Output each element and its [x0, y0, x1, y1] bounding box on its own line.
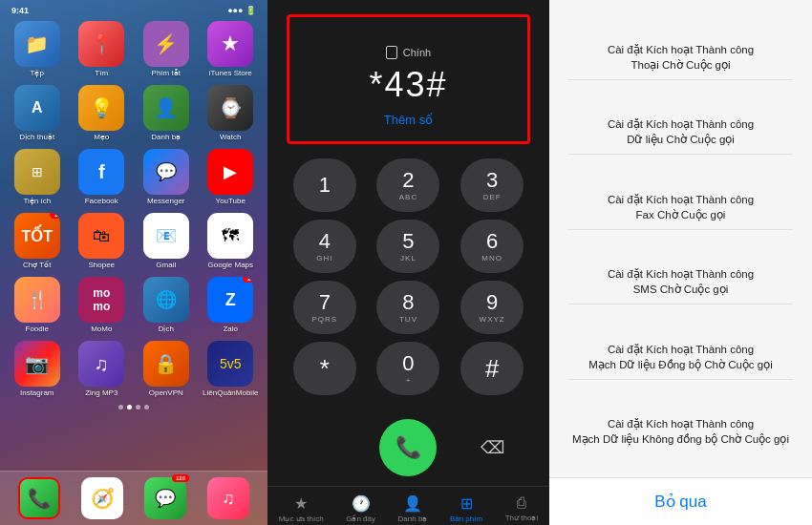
key-8-sub: TUV: [399, 315, 417, 324]
dock-music-icon: ♫: [207, 477, 249, 519]
app-shopee-label: Shopee: [88, 261, 115, 269]
app-lienquan[interactable]: 5v5 LiênQuânMobile: [202, 341, 261, 397]
app-dich[interactable]: A Dịch thuật: [8, 85, 67, 141]
result-item-6: Cài đặt Kích hoạt Thành công Mạch Dữ liệ…: [568, 408, 793, 453]
dock-phone[interactable]: 📞: [18, 477, 60, 519]
key-9[interactable]: 9 WXYZ: [460, 281, 524, 334]
boqua-button[interactable]: Bỏ qua: [549, 477, 812, 525]
status-bar: 9:41 ●●● 🔋: [0, 0, 267, 17]
dot-4: [144, 405, 149, 410]
tab-contacts[interactable]: 👤 Danh bạ: [398, 494, 428, 523]
app-facebook[interactable]: f Facebook: [73, 149, 132, 205]
app-dich2-icon: 🌐: [143, 277, 189, 323]
app-maps[interactable]: 🗺 Google Maps: [202, 213, 261, 269]
call-button[interactable]: 📞: [379, 419, 437, 476]
key-1[interactable]: 1: [293, 158, 356, 212]
app-meo[interactable]: 💡 Mẹo: [73, 85, 132, 141]
app-messenger[interactable]: 💬 Messenger: [137, 149, 196, 205]
key-4-sub: GHI: [316, 254, 332, 262]
app-tim[interactable]: 📍 Tìm: [73, 21, 132, 77]
key-5[interactable]: 5 JKL: [376, 220, 439, 273]
dialer-display: Chính *43# Thêm số: [287, 14, 530, 144]
app-foodie-label: Foodie: [26, 325, 49, 333]
key-1-main: 1: [319, 174, 331, 197]
app-lienquan-label: LiênQuânMobile: [203, 388, 258, 397]
key-6[interactable]: 6 MNO: [460, 220, 524, 273]
add-number-label[interactable]: Thêm số: [384, 113, 433, 127]
app-tep-icon: 📁: [14, 21, 60, 67]
result-6-line2: Mạch Dữ liệu Không đồng bộ Chờ Cuộc gọi: [568, 432, 793, 446]
app-tep-label: Tệp: [31, 69, 44, 77]
app-shopee[interactable]: 🛍 Shopee: [73, 213, 132, 269]
key-hash-main: #: [485, 354, 499, 384]
result-item-2: Cài đặt Kích hoạt Thành công Dữ liệu Chờ…: [568, 108, 793, 155]
dock-safari-icon: 🧭: [81, 477, 123, 519]
app-row-6: 📷 Instagram ♫ Zing MP3 🔒 OpenVPN 5v5 Liê…: [8, 341, 260, 397]
key-2[interactable]: 2 ABC: [376, 158, 439, 212]
delete-button[interactable]: ⌫: [471, 427, 513, 469]
app-gmail[interactable]: 📧 Gmail: [137, 213, 196, 269]
dialer-panel: Chính *43# Thêm số 1 2 ABC 3 DEF 4 GHI 5…: [267, 0, 549, 525]
app-phimtat[interactable]: ⚡ Phím tắt: [137, 21, 196, 77]
app-danba[interactable]: 👤 Danh bạ: [137, 85, 196, 141]
app-meo-icon: 💡: [78, 85, 124, 131]
key-3[interactable]: 3 DEF: [460, 158, 524, 212]
app-instagram[interactable]: 📷 Instagram: [8, 341, 67, 397]
result-1-line2: Thoại Chờ Cuộc gọi: [568, 58, 793, 72]
app-cho-icon: TỐT 1: [14, 213, 60, 259]
key-star[interactable]: *: [293, 342, 356, 395]
key-0[interactable]: 0 +: [376, 342, 439, 395]
app-row-5: 🍴 Foodie momo MoMo 🌐 Dịch Z 2 Zalo: [8, 277, 260, 333]
key-hash[interactable]: #: [460, 342, 524, 395]
results-panel: Cài đặt Kích hoạt Thành công Thoại Chờ C…: [549, 0, 812, 525]
app-instagram-icon: 📷: [14, 341, 60, 387]
dock-music[interactable]: ♫: [207, 477, 249, 519]
key-3-main: 3: [486, 169, 498, 192]
app-cho[interactable]: TỐT 1 Chợ Tốt: [8, 213, 67, 269]
app-watch-icon: ⌚: [207, 85, 253, 131]
recent-icon: 🕐: [352, 494, 371, 513]
app-openvpn-icon: 🔒: [143, 341, 189, 387]
dock-safari[interactable]: 🧭: [81, 477, 123, 519]
tab-keypad-label: Bàn phím: [450, 514, 482, 523]
tab-voicemail[interactable]: ⎙ Thư thoại: [505, 494, 538, 523]
result-item-3: Cài đặt Kích hoạt Thành công Fax Chờ Cuộ…: [568, 183, 793, 230]
tab-recent[interactable]: 🕐 Gần đây: [346, 494, 375, 523]
key-8[interactable]: 8 TUV: [376, 281, 439, 334]
app-youtube-label: YouTube: [216, 197, 246, 205]
app-lienquan-icon: 5v5: [207, 341, 253, 387]
app-itunes[interactable]: ★ iTunes Store: [202, 21, 261, 77]
app-openvpn[interactable]: 🔒 OpenVPN: [137, 341, 196, 397]
app-momo[interactable]: momo MoMo: [73, 277, 132, 333]
app-youtube[interactable]: ▶ YouTube: [202, 149, 261, 205]
tab-recent-label: Gần đây: [346, 514, 375, 523]
tab-favorites-label: Mục ưa thích: [279, 514, 324, 523]
app-tep[interactable]: 📁 Tệp: [8, 21, 67, 77]
app-zingmp3[interactable]: ♫ Zing MP3: [73, 341, 132, 397]
dock-phone-icon: 📞: [18, 477, 60, 519]
key-4[interactable]: 4 GHI: [293, 220, 356, 273]
key-star-main: *: [320, 354, 330, 384]
app-dich2[interactable]: 🌐 Dịch: [137, 277, 196, 333]
app-tienich-label: Tiện ích: [23, 197, 51, 205]
key-2-sub: ABC: [399, 193, 417, 201]
keypad: 1 2 ABC 3 DEF 4 GHI 5 JKL 6 MNO 7 PQRS 8: [267, 144, 549, 410]
app-watch-label: Watch: [220, 133, 241, 141]
key-7[interactable]: 7 PQRS: [293, 281, 356, 334]
app-watch[interactable]: ⌚ Watch: [202, 85, 261, 141]
app-row-3: ⊞ Tiện ích f Facebook 💬 Messenger ▶ YouT…: [8, 149, 260, 205]
tab-keypad[interactable]: ⊞ Bàn phím: [450, 494, 482, 523]
key-3-sub: DEF: [483, 193, 502, 201]
app-tienich[interactable]: ⊞ Tiện ích: [8, 149, 67, 205]
app-itunes-label: iTunes Store: [209, 69, 252, 77]
result-item-1: Cài đặt Kích hoạt Thành công Thoại Chờ C…: [568, 33, 793, 80]
dock-messages-icon: 💬 120: [144, 477, 186, 519]
tab-favorites[interactable]: ★ Mục ưa thích: [279, 494, 324, 523]
dock-messages[interactable]: 💬 120: [144, 477, 186, 519]
key-6-sub: MNO: [481, 254, 502, 262]
favorites-icon: ★: [294, 494, 308, 513]
app-foodie-icon: 🍴: [14, 277, 60, 323]
app-foodie[interactable]: 🍴 Foodie: [8, 277, 67, 333]
app-zalo[interactable]: Z 2 Zalo: [202, 277, 261, 333]
app-row-1: 📁 Tệp 📍 Tìm ⚡ Phím tắt ★ iTunes Store: [8, 21, 260, 77]
